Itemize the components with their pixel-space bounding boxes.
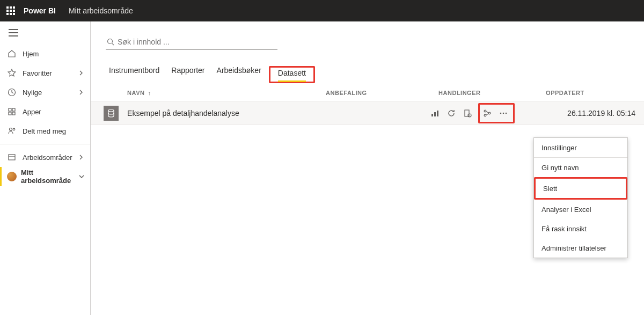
svg-point-5 [10, 128, 12, 131]
search-icon [107, 38, 114, 46]
create-report-icon[interactable] [430, 108, 441, 119]
svg-rect-13 [465, 110, 469, 116]
workspace-avatar-icon [7, 172, 17, 181]
col-reco-header[interactable]: ANBEFALING [326, 90, 438, 96]
svg-point-8 [108, 39, 113, 44]
menu-delete[interactable]: Slett [536, 179, 626, 198]
chevron-right-icon [78, 90, 84, 95]
nav-label: Nylige [23, 89, 78, 97]
search-input[interactable] [118, 38, 276, 46]
svg-rect-1 [9, 108, 11, 111]
tab-dashboards[interactable]: Instrumentbord [109, 66, 159, 83]
clock-icon [6, 88, 17, 97]
refresh-icon[interactable] [446, 108, 457, 119]
col-label: NAVN [127, 90, 144, 96]
nav-shared[interactable]: Delt med meg [0, 121, 90, 141]
main-content: Instrumentbord Rapporter Arbeidsbøker Da… [91, 21, 644, 315]
nav-my-workspace[interactable]: Mitt arbeidsområde [0, 167, 90, 186]
tab-datasets[interactable]: Datasett [278, 69, 306, 82]
svg-point-19 [503, 113, 504, 114]
svg-point-14 [468, 114, 471, 117]
context-menu: Innstillinger Gi nytt navn Slett Analyse… [533, 137, 628, 258]
svg-rect-3 [9, 112, 11, 115]
menu-rename[interactable]: Gi nytt navn [534, 158, 627, 177]
svg-rect-10 [431, 114, 433, 116]
top-bar: Power BI Mitt arbeidsområde [0, 0, 644, 21]
svg-point-20 [506, 113, 507, 114]
chevron-right-icon [78, 155, 84, 160]
svg-point-17 [488, 112, 491, 114]
menu-analyze-excel[interactable]: Analyser i Excel [534, 200, 627, 219]
sidebar: Hjem Favoritter Nylige [0, 21, 91, 315]
menu-quick-insights[interactable]: Få rask innsikt [534, 219, 627, 238]
svg-point-16 [484, 114, 486, 116]
nav-home[interactable]: Hjem [0, 44, 90, 63]
svg-point-18 [500, 113, 502, 114]
svg-rect-11 [434, 112, 436, 116]
tab-highlight: Datasett [269, 66, 315, 83]
apps-icon [6, 107, 17, 116]
nav-apps[interactable]: Apper [0, 102, 90, 121]
nav-label: Delt med meg [23, 127, 84, 135]
nav-workspaces[interactable]: Arbeidsområder [0, 148, 90, 167]
menu-manage-permissions[interactable]: Administrer tillatelser [534, 238, 627, 258]
svg-point-6 [13, 128, 15, 130]
chevron-right-icon [78, 70, 84, 76]
nav-recent[interactable]: Nylige [0, 83, 90, 102]
sort-asc-icon: ↑ [148, 90, 151, 96]
nav-favorites[interactable]: Favoritter [0, 63, 90, 83]
dataset-icon [104, 106, 119, 121]
col-actions-header: HANDLINGER [438, 90, 546, 96]
star-icon [6, 69, 17, 77]
nav-label: Arbeidsområder [23, 153, 78, 162]
nav-label: Apper [23, 108, 84, 116]
col-name-header[interactable]: NAVN ↑ [127, 90, 326, 96]
dataset-row[interactable]: Eksempel på detaljhandelanalyse [91, 101, 644, 125]
nav-label: Favoritter [23, 69, 78, 77]
svg-point-15 [484, 110, 486, 112]
context-label: Mitt arbeidsområde [69, 6, 133, 15]
dataset-updated: 26.11.2019 kl. 05:14 [537, 109, 635, 118]
menu-settings[interactable]: Innstillinger [534, 138, 627, 157]
svg-rect-12 [437, 111, 438, 116]
more-options-icon[interactable] [498, 108, 509, 119]
svg-rect-4 [12, 112, 15, 115]
menu-delete-highlight: Slett [534, 177, 627, 200]
svg-rect-7 [9, 155, 15, 160]
table-header: NAVN ↑ ANBEFALING HANDLINGER OPPDATERT [91, 84, 644, 101]
home-icon [6, 49, 17, 58]
schedule-refresh-icon[interactable] [462, 108, 473, 119]
svg-rect-2 [12, 108, 15, 111]
workspaces-icon [6, 153, 17, 162]
brand-label: Power BI [24, 6, 56, 15]
chevron-down-icon [78, 173, 85, 180]
content-tabs: Instrumentbord Rapporter Arbeidsbøker Da… [91, 55, 644, 84]
app-launcher-icon[interactable] [6, 6, 15, 15]
svg-point-9 [108, 109, 114, 112]
people-icon [6, 127, 17, 135]
nav-label: Mitt arbeidsområde [21, 169, 78, 185]
tab-reports[interactable]: Rapporter [171, 66, 204, 83]
search-box[interactable] [106, 34, 277, 50]
lineage-icon[interactable] [482, 108, 493, 119]
actions-highlight [478, 103, 515, 123]
hamburger-icon [9, 29, 18, 36]
dataset-name[interactable]: Eksempel på detaljhandelanalyse [127, 109, 326, 118]
sidebar-toggle[interactable] [0, 21, 90, 44]
tab-workbooks[interactable]: Arbeidsbøker [217, 66, 261, 83]
col-updated-header[interactable]: OPPDATERT [546, 90, 635, 96]
nav-label: Hjem [23, 50, 84, 58]
